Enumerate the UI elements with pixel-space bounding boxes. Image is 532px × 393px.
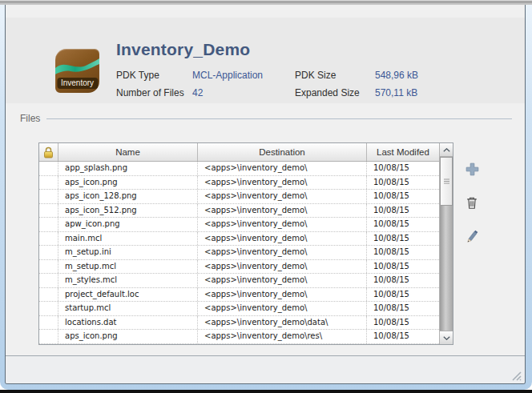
inventory-app-icon: Inventory — [55, 49, 99, 93]
scrollbar-track[interactable] — [440, 206, 453, 331]
pencil-icon — [466, 229, 478, 243]
lock-icon — [43, 146, 54, 158]
cell-destination: <apps>\inventory_demo\ — [198, 204, 367, 218]
cell-last-modified: 10/08/15 — [367, 162, 439, 175]
cell-lock — [39, 246, 58, 259]
cell-lock — [39, 204, 58, 218]
add-file-button[interactable] — [463, 160, 481, 178]
cell-destination: <apps>\inventory_demo\ — [198, 218, 367, 231]
table-row[interactable]: project_default.loc <apps>\inventory_dem… — [39, 288, 439, 303]
group-divider — [46, 118, 512, 119]
table-row[interactable]: aps_icon_128.png <apps>\inventory_demo\ … — [39, 190, 439, 204]
files-table-header: Name Destination Last Modifed — [39, 143, 439, 162]
files-table-body: app_splash.png <apps>\inventory_demo\ 10… — [39, 162, 439, 344]
table-row[interactable]: aps_icon.png <apps>\inventory_demo\res\ … — [39, 330, 439, 344]
table-row[interactable]: aps_icon.png <apps>\inventory_demo\ 10/0… — [39, 176, 439, 190]
cell-lock — [39, 330, 58, 343]
cell-destination: <apps>\inventory_demo\res\ — [198, 330, 367, 343]
cell-lock — [39, 302, 58, 315]
cell-last-modified: 10/08/15 — [367, 302, 439, 315]
cell-name: m_styles.mcl — [58, 274, 198, 287]
cell-destination: <apps>\inventory_demo\ — [198, 288, 367, 302]
cell-name: startup.mcl — [58, 302, 198, 315]
field-label-expanded-size: Expanded Size — [295, 87, 375, 98]
resize-grip-icon[interactable] — [511, 371, 522, 381]
table-row[interactable]: m_setup.ini <apps>\inventory_demo\ 10/08… — [39, 246, 439, 260]
screen: Inventory Inventory_Demo PDK Type MCL-Ap… — [0, 0, 532, 393]
file-actions — [463, 160, 481, 245]
cell-destination: <apps>\inventory_demo\ — [198, 162, 367, 175]
field-value-pdk-size: 548,96 kB — [375, 70, 418, 81]
column-header-lock[interactable] — [39, 143, 58, 161]
cell-name: locations.dat — [58, 316, 198, 330]
pdk-header-panel: Inventory Inventory_Demo PDK Type MCL-Ap… — [6, 18, 525, 103]
cell-destination: <apps>\inventory_demo\ — [198, 176, 367, 190]
cell-lock — [39, 218, 58, 231]
cell-last-modified: 10/08/15 — [367, 190, 439, 203]
table-row[interactable]: app_splash.png <apps>\inventory_demo\ 10… — [39, 162, 439, 176]
column-header-destination[interactable]: Destination — [198, 143, 367, 161]
cell-destination: <apps>\inventory_demo\ — [198, 274, 367, 287]
cell-lock — [39, 162, 58, 175]
cell-destination: <apps>\inventory_demo\ — [198, 246, 367, 259]
field-value-pdk-type: MCL-Application — [192, 70, 295, 81]
edit-file-button[interactable] — [463, 227, 481, 245]
cell-lock — [39, 176, 58, 190]
cell-destination: <apps>\inventory_demo\ — [198, 302, 367, 315]
cell-last-modified: 10/08/15 — [367, 246, 439, 259]
column-header-name[interactable]: Name — [58, 143, 198, 161]
table-row[interactable]: m_styles.mcl <apps>\inventory_demo\ 10/0… — [39, 274, 439, 288]
cell-last-modified: 10/08/15 — [367, 260, 439, 274]
cell-name: m_setup.ini — [58, 246, 198, 259]
delete-file-button[interactable] — [463, 194, 481, 211]
cell-last-modified: 10/08/15 — [367, 274, 439, 287]
window-aero-border: Inventory Inventory_Demo PDK Type MCL-Ap… — [0, 5, 532, 390]
files-table: Name Destination Last Modifed app_splash… — [38, 142, 453, 345]
table-row[interactable]: startup.mcl <apps>\inventory_demo\ 10/08… — [39, 302, 439, 316]
table-row[interactable]: m_setup.mcl <apps>\inventory_demo\ 10/08… — [39, 260, 439, 275]
scroll-up-button[interactable] — [440, 143, 453, 157]
chevron-up-icon — [443, 148, 450, 152]
cell-destination: <apps>\inventory_demo\data\ — [198, 316, 367, 330]
cell-name: aps_icon.png — [58, 330, 198, 343]
field-label-number-of-files: Number of Files — [116, 87, 192, 98]
table-row[interactable]: main.mcl <apps>\inventory_demo\ 10/08/15 — [39, 232, 439, 247]
app-icon-label: Inventory — [57, 78, 98, 89]
cell-lock — [39, 232, 58, 246]
plus-icon — [466, 162, 479, 176]
table-row[interactable]: aps_icon_512.png <apps>\inventory_demo\ … — [39, 204, 439, 219]
cell-lock — [39, 288, 58, 302]
cell-last-modified: 10/08/15 — [367, 218, 439, 231]
cell-destination: <apps>\inventory_demo\ — [198, 232, 367, 246]
cell-lock — [39, 260, 58, 274]
cell-last-modified: 10/08/15 — [367, 316, 439, 330]
cell-destination: <apps>\inventory_demo\ — [198, 190, 367, 203]
cell-name: aps_icon.png — [58, 176, 198, 190]
cell-name: aps_icon_128.png — [58, 190, 198, 203]
table-row[interactable]: apw_icon.png <apps>\inventory_demo\ 10/0… — [39, 218, 439, 232]
scroll-down-button[interactable] — [440, 331, 453, 344]
field-label-pdk-size: PDK Size — [295, 70, 375, 81]
bottom-desktop-strip — [0, 390, 532, 393]
cell-last-modified: 10/08/15 — [367, 176, 439, 190]
scrollbar-thumb[interactable] — [440, 157, 453, 206]
cell-last-modified: 10/08/15 — [367, 288, 439, 302]
chevron-down-icon — [443, 336, 450, 340]
field-value-number-of-files: 42 — [192, 87, 295, 98]
cell-last-modified: 10/08/15 — [367, 204, 439, 218]
pdk-details-window: Inventory Inventory_Demo PDK Type MCL-Ap… — [5, 5, 526, 384]
field-value-expanded-size: 570,11 kB — [375, 87, 418, 98]
files-groupbox: Files — [20, 113, 512, 124]
cell-name: app_splash.png — [58, 162, 198, 175]
cell-name: main.mcl — [58, 232, 198, 246]
cell-lock — [39, 274, 58, 287]
column-header-last-modified[interactable]: Last Modifed — [367, 143, 439, 161]
status-bar — [6, 356, 525, 383]
pdk-info: Inventory_Demo PDK Type MCL-Application … — [116, 40, 418, 98]
table-scrollbar[interactable] — [439, 143, 453, 344]
table-row[interactable]: locations.dat <apps>\inventory_demo\data… — [39, 316, 439, 331]
cell-last-modified: 10/08/15 — [367, 330, 439, 343]
thumb-grip-icon — [444, 178, 449, 184]
pdk-fields: PDK Type MCL-Application PDK Size 548,96… — [116, 70, 418, 98]
cell-destination: <apps>\inventory_demo\ — [198, 260, 367, 274]
